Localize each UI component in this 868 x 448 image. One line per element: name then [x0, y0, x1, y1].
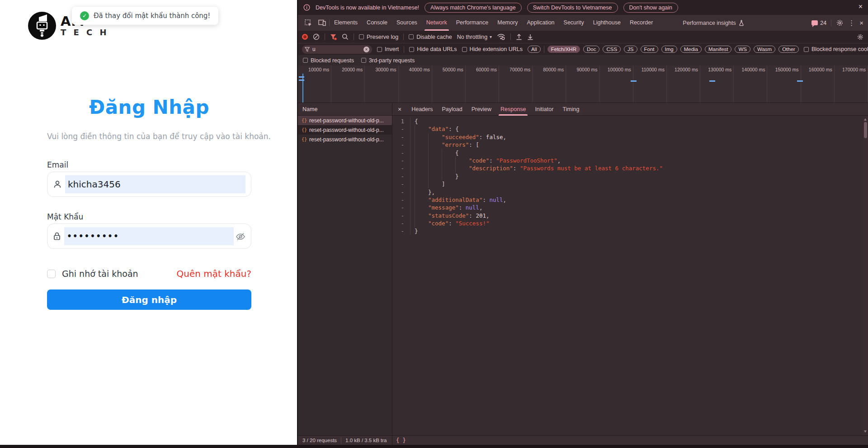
- password-field[interactable]: •••••••••: [47, 224, 251, 249]
- checkbox[interactable]: [359, 34, 364, 39]
- request-row[interactable]: {}reset-password-without-old-p...: [298, 135, 392, 144]
- network-conditions-icon[interactable]: [497, 33, 505, 40]
- filter-pill-media[interactable]: Media: [680, 46, 702, 53]
- filter-value[interactable]: u: [312, 46, 361, 52]
- network-settings-gear-icon[interactable]: [857, 33, 864, 41]
- filter-pill-doc[interactable]: Doc: [583, 46, 599, 53]
- banner-close-icon[interactable]: ×: [859, 3, 863, 11]
- tab-memory[interactable]: Memory: [493, 15, 522, 31]
- network-overview-timeline[interactable]: 10000 ms20000 ms30000 ms40000 ms50000 ms…: [298, 65, 868, 103]
- tab-elements[interactable]: Elements: [330, 15, 362, 31]
- name-column-header[interactable]: Name: [298, 103, 392, 115]
- clear-filter-icon[interactable]: ×: [363, 47, 369, 52]
- email-field[interactable]: khicha3456: [47, 172, 251, 197]
- record-icon[interactable]: [302, 34, 308, 40]
- devtools-close-icon[interactable]: ×: [859, 19, 863, 26]
- format-json-icon[interactable]: { }: [396, 437, 406, 443]
- issues-badge[interactable]: 24: [811, 20, 826, 26]
- login-button[interactable]: Đăng nhập: [47, 289, 251, 310]
- network-status-bar: 3 / 20 requests 1.0 kB / 3.5 kB tra { }: [298, 435, 868, 445]
- device-toolbar-icon[interactable]: [315, 19, 329, 26]
- detail-tab-preview[interactable]: Preview: [467, 103, 496, 116]
- invert-option[interactable]: Invert: [377, 46, 399, 52]
- inspect-element-icon[interactable]: [302, 19, 315, 27]
- filter-pill-img[interactable]: Img: [661, 46, 677, 53]
- filter-funnel-icon[interactable]: [330, 34, 337, 40]
- scrollbar-thumb[interactable]: [864, 122, 867, 138]
- toggle-password-visibility-icon[interactable]: [236, 233, 245, 241]
- banner-button-always-match-chrome-s-language[interactable]: Always match Chrome's language: [425, 3, 522, 13]
- token-k: "code": [428, 220, 448, 227]
- banner-button-switch-devtools-to-vietnamese[interactable]: Switch DevTools to Vietnamese: [527, 3, 618, 13]
- detail-tab-response[interactable]: Response: [496, 103, 530, 116]
- preserve-log-option[interactable]: Preserve log: [359, 34, 398, 40]
- remember-checkbox[interactable]: [47, 270, 56, 278]
- tab-performance-insights[interactable]: Performance insights: [683, 20, 744, 26]
- filter-pill-all[interactable]: All: [528, 46, 541, 53]
- network-toolbar: Preserve log Disable cache No throttling…: [298, 31, 868, 43]
- tab-network[interactable]: Network: [422, 15, 452, 31]
- settings-gear-icon[interactable]: [836, 19, 844, 27]
- token-n: null: [466, 204, 479, 211]
- scroll-down-icon[interactable]: [864, 430, 867, 434]
- scrollbar[interactable]: [863, 116, 868, 435]
- tab-application[interactable]: Application: [522, 15, 559, 31]
- clear-icon[interactable]: [313, 33, 320, 40]
- detail-tab-headers[interactable]: Headers: [407, 103, 437, 116]
- option-blocked-requests[interactable]: Blocked requests: [303, 57, 354, 64]
- request-row[interactable]: {}reset-password-without-old-p...: [298, 125, 392, 135]
- blocked-response-cookies-option[interactable]: Blocked response cookies: [804, 46, 868, 52]
- checkbox[interactable]: [361, 58, 366, 63]
- tab-performance[interactable]: Performance: [452, 15, 493, 31]
- filter-pill-other[interactable]: Other: [778, 46, 799, 53]
- checkbox[interactable]: [804, 47, 809, 52]
- tab-lighthouse[interactable]: Lighthouse: [589, 15, 625, 31]
- banner-button-don-t-show-again[interactable]: Don't show again: [623, 3, 679, 13]
- email-value[interactable]: khicha3456: [65, 175, 245, 193]
- checkbox[interactable]: [409, 34, 414, 39]
- hide-data-urls-option[interactable]: Hide data URLs: [409, 46, 457, 52]
- disable-cache-option[interactable]: Disable cache: [409, 34, 452, 40]
- line-gutter: -: [392, 125, 410, 133]
- code-line: -]: [392, 180, 868, 188]
- throttling-dropdown[interactable]: No throttling ▾: [457, 34, 492, 40]
- filter-pill-wasm[interactable]: Wasm: [754, 46, 775, 53]
- tab-security[interactable]: Security: [559, 15, 589, 31]
- filter-pill-font[interactable]: Font: [641, 46, 658, 53]
- filter-pill-manifest[interactable]: Manifest: [705, 46, 731, 53]
- checkbox[interactable]: [377, 47, 382, 52]
- tab-console[interactable]: Console: [362, 15, 392, 31]
- checkbox[interactable]: [462, 47, 467, 52]
- checkbox[interactable]: [409, 47, 414, 52]
- indent-guide: [455, 157, 469, 164]
- detail-tab-payload[interactable]: Payload: [437, 103, 467, 116]
- checkbox[interactable]: [303, 58, 308, 63]
- import-har-icon[interactable]: [516, 33, 522, 40]
- more-options-icon[interactable]: ⋮: [848, 19, 855, 26]
- xhr-icon: {}: [302, 137, 307, 142]
- password-value[interactable]: •••••••••: [64, 227, 234, 245]
- filter-pill-css[interactable]: CSS: [603, 46, 621, 53]
- request-row[interactable]: {}reset-password-without-old-p...: [298, 116, 392, 125]
- forgot-password-link[interactable]: Quên mật khẩu?: [177, 268, 252, 279]
- timeline-dash-mark: [299, 76, 304, 78]
- detail-tab-initiator[interactable]: Initiator: [530, 103, 558, 116]
- filter-pill-ws[interactable]: WS: [735, 46, 750, 53]
- search-icon[interactable]: [342, 33, 349, 40]
- export-har-icon[interactable]: [527, 33, 533, 40]
- indent-guide: [455, 164, 469, 172]
- code-text: }: [410, 173, 459, 180]
- hide-extension-urls-option[interactable]: Hide extension URLs: [462, 46, 523, 52]
- option-3rd-party-requests[interactable]: 3rd-party requests: [361, 57, 415, 64]
- tab-sources[interactable]: Sources: [392, 15, 422, 31]
- close-detail-icon[interactable]: ×: [392, 106, 407, 113]
- token-p: ,: [503, 196, 507, 203]
- tab-recorder[interactable]: Recorder: [625, 15, 657, 31]
- filter-input[interactable]: u ×: [302, 45, 372, 54]
- scroll-up-icon[interactable]: [864, 117, 867, 121]
- token-p: ,: [479, 204, 483, 211]
- detail-tab-timing[interactable]: Timing: [558, 103, 584, 116]
- network-content: {}reset-password-without-old-p...{}reset…: [298, 116, 868, 435]
- filter-pill-js[interactable]: JS: [624, 46, 637, 53]
- filter-pill-fetch-xhr[interactable]: Fetch/XHR: [547, 46, 580, 53]
